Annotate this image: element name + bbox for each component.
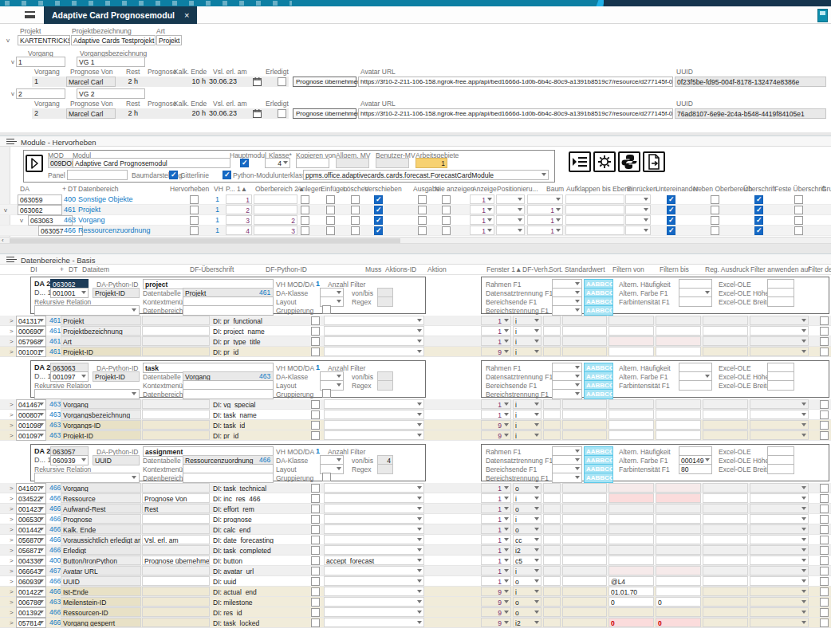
row-expand-icon[interactable]: > (10, 484, 14, 493)
verschieben-checkbox[interactable] (374, 206, 383, 214)
sort-cell[interactable] (543, 420, 561, 430)
filter-deak-checkbox[interactable] (820, 577, 829, 586)
gruppierung-checkbox[interactable] (322, 389, 331, 398)
da-h-vh[interactable]: VH (214, 185, 223, 193)
calendar-icon[interactable] (253, 77, 262, 86)
dataitem-cell[interactable]: Erledigt (61, 545, 141, 555)
python-id-cell[interactable]: DI: button (211, 556, 304, 565)
standardwert-cell[interactable] (562, 336, 607, 346)
sort-cell[interactable] (543, 576, 561, 586)
dataitem-row[interactable]: > 001442 466 Kalk. Ende DI: calc_end 1 o (0, 524, 831, 535)
module-export-icon[interactable] (643, 151, 665, 172)
aktions-id-select[interactable] (324, 347, 424, 356)
da-h-einruecken[interactable]: Einrücken (627, 185, 657, 193)
muss-checkbox[interactable] (311, 577, 320, 586)
prognose-von-field[interactable]: Marcel Carl (66, 77, 116, 87)
muss-checkbox[interactable] (311, 515, 320, 524)
filter-deak-checkbox[interactable] (820, 536, 829, 544)
aktions-id-select[interactable] (324, 535, 424, 544)
filtern-bis-cell[interactable] (656, 493, 701, 503)
aktions-id-select[interactable] (324, 420, 424, 430)
python-icon[interactable] (618, 151, 640, 172)
reg-ausdruck-cell[interactable] (703, 399, 748, 409)
ueberschrift-checkbox[interactable] (754, 226, 763, 235)
python-id-cell[interactable]: DI: inc_res_466 (211, 493, 304, 503)
da-h-baum[interactable]: Baum (546, 185, 564, 193)
muss-checkbox[interactable] (311, 556, 320, 565)
filter-deak-checkbox[interactable] (820, 348, 829, 356)
avatar-url-field[interactable]: https://3f10-2-211-106-158.ngrok-free.ap… (358, 77, 673, 87)
filter-anwenden-select[interactable] (750, 420, 809, 430)
row-expand-icon[interactable]: > (10, 337, 14, 347)
nie-anzeigen-checkbox[interactable] (442, 206, 451, 214)
filter-anwenden-select[interactable] (750, 483, 809, 493)
b-h-fenster[interactable]: Fenster 1▲ (486, 265, 522, 273)
untereinander-checkbox[interactable] (667, 226, 675, 235)
ueberschrift-cell[interactable] (142, 326, 210, 336)
arbeitsgebiete-field[interactable]: 1 (416, 158, 447, 168)
aktions-id-select[interactable] (324, 587, 424, 596)
python-id-cell[interactable]: DI: pr_functional (211, 316, 304, 325)
reg-ausdruck-cell[interactable] (703, 556, 748, 565)
hervorheben-checkbox[interactable] (190, 195, 199, 204)
filtern-bis-cell[interactable] (656, 514, 701, 524)
aktions-id-select[interactable] (324, 483, 424, 493)
nie-anzeigen-checkbox[interactable] (442, 226, 451, 235)
row-expand-icon[interactable]: > (10, 525, 14, 535)
section-hamburger-icon[interactable] (6, 139, 14, 144)
uuid-field[interactable]: 76ad8107-6e9e-2c4a-b548-4419f84105e1 (675, 108, 826, 119)
neben-oberbereich-checkbox[interactable] (711, 216, 719, 225)
dataitem-cell[interactable]: Vorgangsbezeichnung (61, 410, 141, 419)
row-expand-icon[interactable]: > (10, 431, 14, 441)
sort-cell[interactable] (543, 566, 561, 575)
dataitem-cell[interactable]: Button/IronPython (61, 556, 141, 565)
row-expand-icon[interactable]: > (10, 577, 14, 587)
reg-ausdruck-cell[interactable] (703, 587, 748, 596)
da-h-positionierung[interactable]: Positionieru... (497, 185, 538, 193)
b-h-verh[interactable]: DF-Verh. (522, 265, 549, 273)
toolbar-icons[interactable] (5, 1, 292, 6)
filter-deak-checkbox[interactable] (820, 525, 829, 534)
filtern-bis-cell[interactable] (656, 504, 701, 513)
filtern-bis-cell[interactable] (656, 430, 701, 440)
aktions-id-select[interactable] (324, 326, 424, 336)
reg-ausdruck-cell[interactable] (703, 566, 748, 575)
filtern-bis-cell[interactable] (656, 524, 701, 534)
b-h-python-id[interactable]: DF-Python-ID (266, 265, 307, 273)
sort-cell[interactable] (543, 493, 561, 503)
filter-anwenden-select[interactable] (750, 556, 809, 565)
filtern-von-cell[interactable] (608, 545, 654, 555)
aktions-id-select[interactable] (324, 597, 424, 607)
standardwert-cell[interactable] (562, 504, 607, 513)
ueberschrift-cell[interactable] (142, 399, 210, 409)
filtern-von-cell[interactable]: 0 (608, 597, 654, 607)
reg-ausdruck-cell[interactable] (703, 483, 748, 493)
muss-checkbox[interactable] (311, 598, 320, 607)
ueberschrift-cell[interactable]: Vsl. erl. am (142, 535, 210, 544)
da-h-gruppierung[interactable]: Gru (821, 185, 831, 193)
bereichstrennung-color-field[interactable]: AABBCC (584, 389, 613, 399)
row-expand-icon[interactable]: > (10, 327, 14, 336)
ueberschrift-cell[interactable] (142, 420, 210, 430)
bereichstrennung-color-field[interactable]: AABBCC (584, 473, 613, 483)
da-h-ueberschrift[interactable]: Überschrift (743, 185, 776, 193)
b-h-reg-ausdruck[interactable]: Reg. Ausdruck (705, 265, 749, 273)
python-id-cell[interactable]: DI: task_name (211, 410, 304, 419)
muss-checkbox[interactable] (311, 567, 320, 575)
dataitem-cell[interactable]: Vorgangs-ID (61, 420, 141, 430)
erledigt-checkbox[interactable] (278, 109, 286, 118)
b-h-dataitem[interactable]: Dataitem (82, 265, 109, 273)
filtern-von-cell[interactable] (608, 420, 654, 430)
ueberschrift-checkbox[interactable] (754, 206, 763, 214)
filtern-bis-cell[interactable] (656, 566, 701, 575)
da-id-field[interactable]: 063057 (38, 226, 83, 236)
filter-anwenden-select[interactable] (750, 399, 809, 409)
filter-anwenden-select[interactable] (750, 607, 809, 617)
standardwert-cell[interactable] (562, 545, 607, 555)
aufklappen-cell[interactable] (565, 226, 624, 235)
prognose-von-field[interactable]: Marcel Carl (66, 108, 116, 119)
dataitem-row[interactable]: > 060939 466 UUID DI: uuid 1 o (0, 576, 831, 587)
ueberschrift-cell[interactable] (142, 618, 210, 627)
filtern-von-cell[interactable] (608, 483, 654, 493)
hauptmodul-checkbox[interactable] (240, 159, 249, 167)
